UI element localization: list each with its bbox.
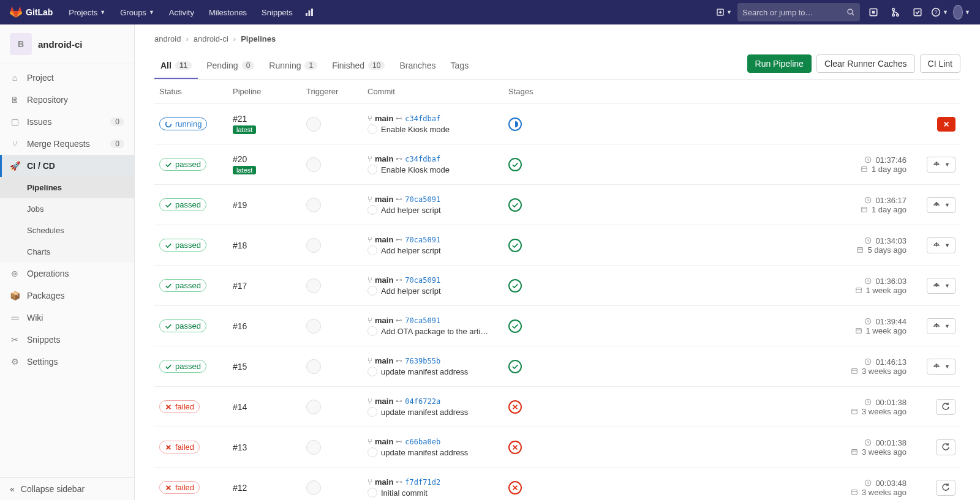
- triggerer-avatar[interactable]: [306, 157, 321, 172]
- stage-passed-icon[interactable]: [508, 360, 522, 373]
- top-nav-activity[interactable]: Activity: [163, 3, 200, 22]
- search-input[interactable]: [742, 8, 846, 17]
- download-artifacts-button[interactable]: ▼: [927, 359, 956, 375]
- pipeline-id[interactable]: #16: [233, 321, 306, 331]
- commit-message[interactable]: Enable Kiosk mode: [381, 165, 450, 174]
- stage-failed-icon[interactable]: [508, 441, 522, 454]
- commit-sha[interactable]: 70ca5091: [405, 195, 440, 204]
- status-badge-passed[interactable]: passed: [159, 279, 206, 292]
- status-badge-passed[interactable]: passed: [159, 198, 206, 211]
- top-nav-milestones[interactable]: Milestones: [203, 3, 253, 22]
- merge-requests-shortcut[interactable]: [887, 4, 904, 21]
- triggerer-avatar[interactable]: [306, 440, 321, 455]
- sidebar-item-settings[interactable]: ⚙Settings: [0, 351, 134, 373]
- commit-sha[interactable]: f7df71d2: [405, 478, 440, 487]
- tab-running[interactable]: Running1: [263, 53, 323, 79]
- todos-shortcut[interactable]: [909, 4, 926, 21]
- pipeline-id[interactable]: #18: [233, 241, 306, 250]
- sidebar-item-issues[interactable]: ▢Issues0: [0, 111, 134, 133]
- download-artifacts-button[interactable]: ▼: [927, 278, 956, 294]
- status-badge-passed[interactable]: passed: [159, 158, 206, 171]
- commit-message[interactable]: update manifest address: [381, 367, 468, 376]
- pipeline-id[interactable]: #19: [233, 200, 306, 210]
- sidebar-item-project[interactable]: ⌂Project: [0, 67, 134, 89]
- collapse-sidebar[interactable]: « Collapse sidebar: [0, 477, 134, 500]
- sidebar-item-ci-cd[interactable]: 🚀CI / CD: [0, 155, 134, 177]
- tab-finished[interactable]: Finished10: [326, 53, 391, 79]
- tab-branches[interactable]: Branches: [393, 53, 442, 79]
- status-badge-passed[interactable]: passed: [159, 239, 206, 252]
- stage-running-icon[interactable]: [508, 118, 522, 131]
- top-nav-charts-icon[interactable]: [299, 3, 320, 21]
- triggerer-avatar[interactable]: [306, 238, 321, 253]
- sidebar-item-packages[interactable]: 📦Packages: [0, 285, 134, 307]
- top-nav-projects[interactable]: Projects▼: [62, 3, 111, 22]
- sidebar-item-merge-requests[interactable]: ⑂Merge Requests0: [0, 133, 134, 155]
- sidebar-sub-jobs[interactable]: Jobs: [0, 198, 134, 220]
- triggerer-avatar[interactable]: [306, 359, 321, 374]
- clear-caches-button[interactable]: Clear Runner Caches: [816, 54, 915, 73]
- branch-name[interactable]: main: [375, 356, 393, 365]
- pipeline-id[interactable]: #20: [233, 154, 306, 164]
- sidebar-item-wiki[interactable]: ▭Wiki: [0, 307, 134, 329]
- stage-passed-icon[interactable]: [508, 198, 522, 212]
- tab-pending[interactable]: Pending0: [200, 53, 260, 79]
- branch-name[interactable]: main: [375, 154, 393, 163]
- branch-name[interactable]: main: [375, 114, 393, 123]
- retry-pipeline-button[interactable]: [936, 480, 956, 496]
- triggerer-avatar[interactable]: [306, 400, 321, 414]
- triggerer-avatar[interactable]: [306, 117, 321, 132]
- tab-tags[interactable]: Tags: [445, 53, 475, 79]
- pipeline-id[interactable]: #12: [233, 483, 306, 493]
- sidebar-sub-pipelines[interactable]: Pipelines: [0, 177, 134, 198]
- stage-failed-icon[interactable]: [508, 481, 522, 494]
- run-pipeline-button[interactable]: Run Pipeline: [747, 54, 812, 73]
- pipeline-id[interactable]: #21: [233, 114, 306, 124]
- sidebar-item-snippets[interactable]: ✂Snippets: [0, 329, 134, 351]
- commit-sha[interactable]: 70ca5091: [405, 316, 440, 325]
- commit-sha[interactable]: 70ca5091: [405, 236, 440, 244]
- branch-name[interactable]: main: [375, 437, 393, 446]
- pipeline-id[interactable]: #15: [233, 362, 306, 371]
- commit-sha[interactable]: 04f6722a: [405, 397, 440, 406]
- branch-name[interactable]: main: [375, 316, 393, 325]
- status-badge-passed[interactable]: passed: [159, 360, 206, 373]
- commit-message[interactable]: update manifest address: [381, 408, 468, 417]
- user-menu[interactable]: ▼: [953, 4, 970, 21]
- triggerer-avatar[interactable]: [306, 319, 321, 334]
- commit-message[interactable]: Enable Kiosk mode: [381, 125, 450, 134]
- status-badge-passed[interactable]: passed: [159, 319, 206, 332]
- triggerer-avatar[interactable]: [306, 198, 321, 212]
- triggerer-avatar[interactable]: [306, 278, 321, 293]
- commit-sha[interactable]: c66ba0eb: [405, 438, 440, 446]
- commit-sha[interactable]: 7639b55b: [405, 357, 440, 365]
- download-artifacts-button[interactable]: ▼: [927, 237, 956, 253]
- commit-message[interactable]: Add helper script: [381, 206, 441, 215]
- status-badge-failed[interactable]: failed: [159, 481, 200, 494]
- branch-name[interactable]: main: [375, 275, 393, 285]
- commit-message[interactable]: update manifest address: [381, 448, 468, 457]
- commit-message[interactable]: Add helper script: [381, 286, 441, 296]
- retry-pipeline-button[interactable]: [936, 439, 956, 455]
- issues-shortcut[interactable]: [865, 4, 882, 21]
- branch-name[interactable]: main: [375, 195, 393, 204]
- gitlab-logo[interactable]: GitLab: [10, 6, 53, 18]
- commit-message[interactable]: Add OTA package to the arti…: [381, 327, 488, 336]
- stage-failed-icon[interactable]: [508, 400, 522, 414]
- pipeline-id[interactable]: #13: [233, 442, 306, 452]
- status-badge-failed[interactable]: failed: [159, 441, 200, 453]
- download-artifacts-button[interactable]: ▼: [927, 318, 956, 334]
- breadcrumb-item[interactable]: android-ci: [194, 34, 228, 43]
- commit-sha[interactable]: c34fdbaf: [405, 114, 440, 123]
- stage-passed-icon[interactable]: [508, 158, 522, 171]
- branch-name[interactable]: main: [375, 235, 393, 244]
- top-nav-snippets[interactable]: Snippets: [255, 3, 299, 22]
- cancel-pipeline-button[interactable]: [937, 117, 956, 132]
- top-nav-groups[interactable]: Groups▼: [114, 3, 160, 22]
- sidebar-sub-schedules[interactable]: Schedules: [0, 220, 134, 241]
- branch-name[interactable]: main: [375, 477, 393, 487]
- commit-sha[interactable]: 70ca5091: [405, 276, 440, 285]
- tab-all[interactable]: All11: [154, 53, 198, 79]
- sidebar-item-repository[interactable]: 🗎Repository: [0, 89, 134, 111]
- help-dropdown[interactable]: ?▼: [931, 4, 948, 21]
